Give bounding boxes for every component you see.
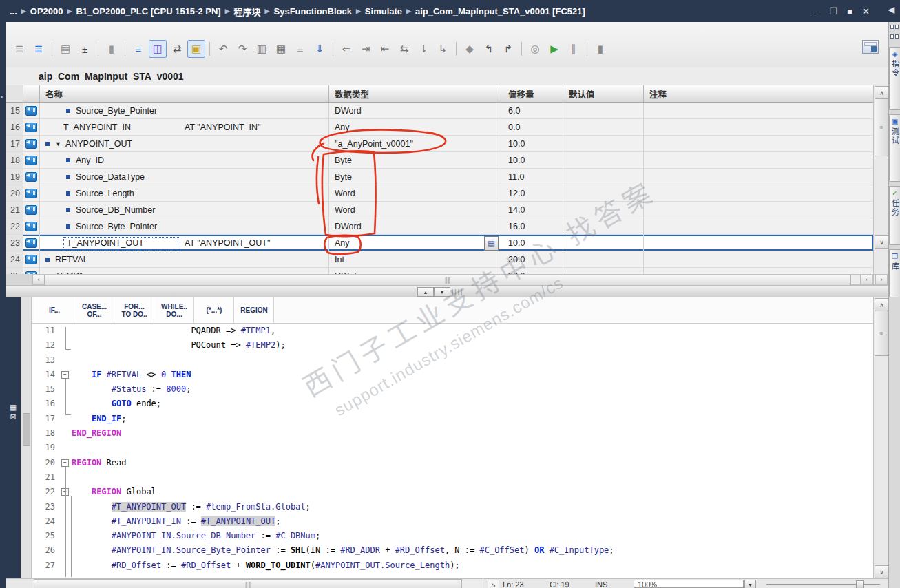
snippet-while[interactable]: WHILE..DO...	[154, 297, 194, 323]
default-cell[interactable]	[563, 251, 644, 267]
indent-right-icon[interactable]: ⇥	[357, 40, 375, 58]
breadcrumb-item[interactable]: B1_OP2000_PLC [CPU 1515-2 PN]	[76, 6, 220, 17]
variable-name[interactable]: T_ANYPOINT_OUT	[63, 237, 180, 249]
minimize-button[interactable]: –	[815, 6, 819, 17]
corner-scroll-right-icon[interactable]: ›	[875, 275, 888, 284]
datatype-cell[interactable]: Any▤	[329, 235, 501, 251]
name-cell[interactable]: Source_Byte_Pointer	[40, 218, 329, 234]
table-horizontal-scrollbar[interactable]: ‹ ∥∥ ›	[32, 274, 873, 285]
left-pane-expand-icon[interactable]: ▸	[1, 94, 3, 100]
name-cell[interactable]: RETVAL	[40, 251, 329, 267]
comment-cell[interactable]	[644, 152, 873, 168]
name-cell[interactable]: ▼ANYPOINT_OUT	[40, 136, 329, 151]
variable-name[interactable]: T_ANYPOINT_IN	[63, 123, 131, 132]
comment-cell[interactable]	[644, 218, 873, 234]
redo-icon[interactable]: ↷	[233, 40, 251, 58]
gutter-scrollbar-thumb[interactable]	[23, 413, 30, 446]
code-line[interactable]: 23 #T_ANYPOINT_OUT := #temp_FromSta.Glob…	[32, 500, 873, 514]
table-hscrollbar-thumb[interactable]: ∥∥	[44, 275, 851, 286]
default-cell[interactable]	[563, 268, 644, 274]
code-scroll-up-icon[interactable]: ∧	[875, 298, 889, 311]
datatype-cell[interactable]: UDInt	[329, 268, 501, 274]
name-cell[interactable]: Any_ID	[40, 152, 329, 168]
name-cell[interactable]: TEMP1	[40, 268, 329, 274]
tab-libraries[interactable]: ❐库	[889, 249, 900, 297]
code-line[interactable]: 24 #T_ANYPOINT_IN := #T_ANYPOINT_OUT;	[32, 514, 873, 529]
table-scrollbar-thumb[interactable]: ≡	[875, 98, 889, 156]
code-line[interactable]: 27 #RD_Offset := #RD_Offset + WORD_TO_UD…	[32, 558, 873, 573]
add-row-icon[interactable]: ≣	[30, 40, 48, 58]
breadcrumb-item[interactable]: OP2000	[30, 6, 63, 17]
fold-collapse-icon[interactable]: −	[61, 371, 69, 379]
snippet-comment[interactable]: (*...*)	[194, 297, 234, 323]
table-row[interactable]: 20Source_LengthWord12.0	[6, 185, 873, 202]
splitter-collapse-down-icon[interactable]: ▼	[434, 287, 450, 297]
zoom-slider-thumb[interactable]	[856, 580, 864, 588]
panel-splitter[interactable]: ▲ ▼ ||||	[6, 285, 888, 297]
find-icon[interactable]: ◎	[526, 40, 544, 58]
scl-code-editor[interactable]: 11 PQADDR => #TEMP1,12 PQCount => #TEMP2…	[32, 324, 873, 578]
default-cell[interactable]	[563, 119, 644, 135]
tab-instructions[interactable]: ◈指令	[889, 47, 900, 110]
scroll-right-icon[interactable]: ›	[860, 275, 872, 284]
data-protection-icon[interactable]: ▮	[592, 40, 609, 58]
goto-definition-icon[interactable]: ⇐	[337, 40, 355, 58]
table-vertical-scrollbar[interactable]: ∧ ≡ ∨	[873, 85, 888, 274]
compile-icon[interactable]: ⇓	[311, 40, 328, 58]
code-scrollbar-thumb[interactable]: ≡	[875, 311, 889, 356]
monitor-pause-icon[interactable]: ∥	[565, 40, 583, 58]
code-line[interactable]: 13	[32, 353, 873, 368]
scroll-down-icon[interactable]: ∨	[875, 235, 889, 249]
default-cell[interactable]	[563, 235, 644, 251]
collapse-panel-icon[interactable]: ◀	[888, 5, 894, 14]
datatype-cell[interactable]: Word	[329, 202, 501, 218]
comment-cell[interactable]	[644, 169, 873, 185]
breadcrumb-item[interactable]: ...	[10, 6, 17, 17]
default-cell[interactable]	[563, 152, 644, 168]
scroll-up-icon[interactable]: ∧	[875, 86, 889, 99]
tab-testing[interactable]: ▣测试	[889, 114, 900, 182]
comment-cell[interactable]	[644, 136, 873, 151]
variable-name[interactable]: RETVAL	[55, 255, 88, 264]
default-cell[interactable]	[563, 202, 644, 218]
code-line[interactable]: 12 PQCount => #TEMP2);	[32, 338, 873, 353]
breadcrumb-item[interactable]: aip_Com_MapInput_STA_v0001 [FC521]	[415, 6, 585, 17]
next-error-icon[interactable]: ↱	[499, 40, 517, 58]
column-header-col-comment[interactable]: 注释	[644, 85, 873, 102]
code-line[interactable]: 17 END_IF;	[32, 412, 873, 426]
variable-name[interactable]: Any_ID	[76, 156, 104, 165]
window-layout-icon[interactable]	[890, 25, 899, 43]
table-row[interactable]: 18Any_IDByte10.0	[6, 152, 873, 169]
name-cell[interactable]: Source_Length	[40, 185, 329, 201]
comment-cell[interactable]	[644, 235, 873, 251]
open-block-icon[interactable]: ▤	[56, 40, 74, 58]
table-row[interactable]: 24RETVALInt20.0	[6, 251, 873, 268]
table-row[interactable]: 23T_ANYPOINT_OUTAT "ANYPOINT_OUT"Any▤10.…	[6, 235, 873, 251]
default-cell[interactable]	[563, 169, 644, 185]
table-row[interactable]: 22Source_Byte_PointerDWord16.0	[6, 218, 873, 235]
snippets-icon[interactable]: ▣	[187, 40, 205, 58]
variable-name[interactable]: Source_Byte_Pointer	[76, 222, 157, 231]
breadcrumb-item[interactable]: SysFunctionBlock	[274, 6, 352, 17]
code-line[interactable]: 20−REGION Read	[32, 456, 873, 470]
expand-all-icon[interactable]: ≡	[291, 40, 309, 58]
column-header-col-datatype[interactable]: 数据类型	[329, 85, 501, 102]
scroll-left-icon[interactable]: ‹	[32, 275, 45, 284]
splitter-collapse-up-icon[interactable]: ▲	[417, 287, 434, 297]
undo-icon[interactable]: ↶	[214, 40, 232, 58]
maximize-button[interactable]: ■	[847, 6, 852, 17]
table-row[interactable]: 21Source_DB_NumberWord14.0	[6, 202, 873, 218]
datatype-list-button[interactable]: ▤	[484, 236, 499, 251]
monitor-on-icon[interactable]: ▶	[545, 40, 563, 58]
code-line[interactable]: 11 PQADDR => #TEMP1,	[32, 324, 873, 338]
code-hscrollbar-thumb[interactable]: ∥∥	[34, 579, 462, 588]
bookmark-icon[interactable]: ◆	[461, 40, 479, 58]
datatype-cell[interactable]: DWord	[329, 218, 501, 234]
format-icon[interactable]: ↳	[434, 40, 452, 58]
name-cell[interactable]: Source_Byte_Pointer	[40, 103, 329, 118]
code-line[interactable]: 14− IF #RETVAL <> 0 THEN	[32, 368, 873, 382]
download-icon[interactable]: ±	[76, 40, 94, 58]
name-cell[interactable]: T_ANYPOINT_OUTAT "ANYPOINT_OUT"	[40, 235, 329, 251]
restore-button[interactable]: ❐	[830, 6, 838, 17]
code-scroll-down-icon[interactable]: ∨	[875, 565, 889, 578]
